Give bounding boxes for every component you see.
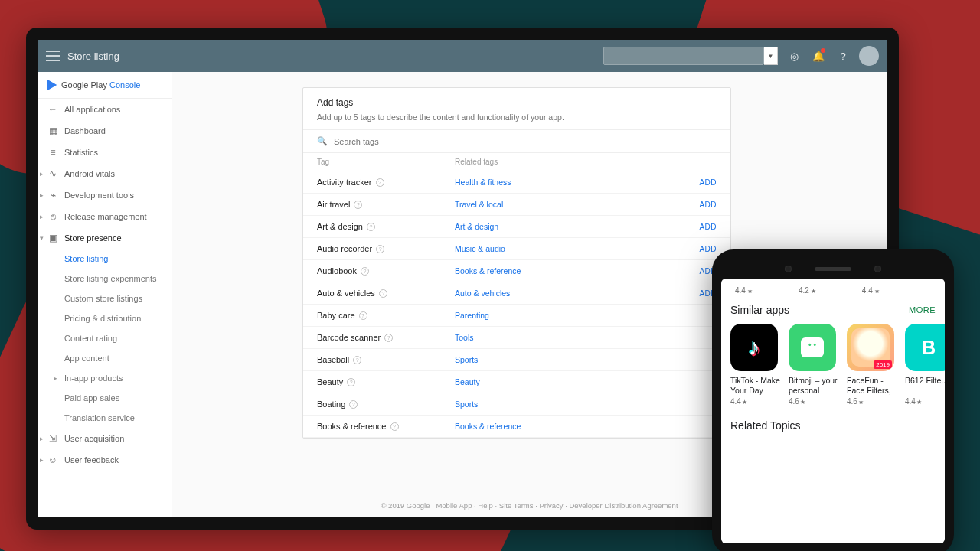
app-bitmoji[interactable]: Bitmoji – your personal emoji 4.6 bbox=[789, 324, 839, 406]
info-icon[interactable]: ? bbox=[359, 311, 368, 320]
info-icon[interactable]: ? bbox=[379, 289, 387, 298]
related-tag-link[interactable]: Music & audio bbox=[455, 244, 699, 253]
info-icon[interactable]: ? bbox=[384, 334, 393, 342]
avatar[interactable] bbox=[859, 46, 879, 66]
info-icon[interactable]: ? bbox=[354, 201, 362, 209]
tag-name: Books & reference ? bbox=[317, 422, 455, 431]
dashboard-icon: ▦ bbox=[47, 126, 58, 136]
th-related: Related tags bbox=[455, 158, 717, 166]
related-tag-link[interactable]: Books & reference bbox=[455, 266, 699, 276]
bitmoji-icon bbox=[789, 324, 836, 371]
logo[interactable]: Google Play Console bbox=[38, 72, 172, 99]
tools-icon: ⌁ bbox=[47, 190, 58, 201]
back-arrow-icon: ← bbox=[47, 104, 58, 115]
nav-experiments[interactable]: Store listing experiments bbox=[38, 269, 172, 289]
nav-all-apps[interactable]: ←All applications bbox=[38, 99, 172, 120]
tag-name: Audiobook ? bbox=[317, 266, 455, 276]
release-icon: ⎋ bbox=[47, 211, 58, 222]
play-logo-icon bbox=[47, 80, 57, 90]
sidebar: Google Play Console ←All applications ▦D… bbox=[38, 72, 172, 517]
add-tag-button[interactable]: ADD bbox=[699, 245, 717, 253]
add-tag-button[interactable]: ADD bbox=[699, 223, 717, 231]
info-icon[interactable]: ? bbox=[349, 400, 358, 409]
tag-row: Barcode scanner ?Tools bbox=[303, 327, 730, 349]
info-icon[interactable]: ? bbox=[390, 422, 399, 431]
tag-name: Baseball ? bbox=[317, 355, 455, 364]
related-tag-link[interactable]: Sports bbox=[455, 399, 717, 409]
phone-notch bbox=[721, 259, 945, 279]
tag-row: Art & design ?Art & designADD bbox=[303, 216, 730, 238]
nav-user-feedback[interactable]: ▸☺User feedback bbox=[38, 449, 172, 471]
phone-screen: 4.4 4.2 4.4 Similar apps MORE TikTok - M… bbox=[721, 279, 945, 543]
info-icon[interactable]: ? bbox=[353, 356, 361, 364]
help-icon[interactable]: ? bbox=[835, 47, 851, 64]
similar-apps-row[interactable]: TikTok - Make Your Day 4.4 Bitmoji – you… bbox=[730, 324, 936, 406]
nav-dashboard[interactable]: ▦Dashboard bbox=[38, 120, 172, 142]
similar-apps-title: Similar apps bbox=[730, 304, 789, 316]
related-tag-link[interactable]: Health & fitness bbox=[455, 178, 699, 187]
info-icon[interactable]: ? bbox=[361, 267, 369, 276]
facefun-icon bbox=[847, 324, 894, 371]
tag-row: Boating ?Sports bbox=[303, 393, 730, 416]
tag-name: Audio recorder ? bbox=[317, 244, 455, 253]
info-icon[interactable]: ? bbox=[376, 178, 384, 187]
tag-row: Audio recorder ?Music & audioADD bbox=[303, 238, 730, 260]
app-selector-dropdown[interactable]: ▼ bbox=[764, 47, 778, 65]
tag-row: Activity tracker ?Health & fitnessADD bbox=[303, 171, 730, 194]
tag-search-row: 🔍 bbox=[303, 129, 730, 152]
nav-custom-listings[interactable]: Custom store listings bbox=[38, 289, 172, 308]
related-topics-title: Related Topics bbox=[730, 419, 936, 432]
card-title: Add tags bbox=[317, 97, 717, 108]
bell-icon[interactable]: 🔔 bbox=[810, 47, 827, 64]
tag-name: Boating ? bbox=[317, 399, 455, 409]
card-subtitle: Add up to 5 tags to describe the content… bbox=[317, 112, 717, 122]
related-tag-link[interactable]: Beauty bbox=[455, 377, 717, 386]
tag-search-input[interactable] bbox=[334, 137, 717, 146]
add-tag-button[interactable]: ADD bbox=[699, 201, 717, 209]
info-icon[interactable]: ? bbox=[367, 223, 375, 231]
nav-dev-tools[interactable]: ▸⌁Development tools bbox=[38, 184, 172, 206]
more-link[interactable]: MORE bbox=[909, 305, 936, 315]
related-tag-link[interactable]: Parenting bbox=[455, 311, 717, 320]
tag-row: Baby care ?Parenting bbox=[303, 305, 730, 327]
nav-store-presence[interactable]: ▾▣Store presence bbox=[38, 227, 172, 249]
topbar: Store listing ▼ ◎ 🔔 ? bbox=[38, 40, 887, 72]
nav-vitals[interactable]: ▸∿Android vitals bbox=[38, 163, 172, 184]
nav-pricing[interactable]: Pricing & distribution bbox=[38, 308, 172, 328]
nav-paid-sales[interactable]: Paid app sales bbox=[38, 388, 172, 408]
info-icon[interactable]: ? bbox=[376, 245, 384, 253]
related-tag-link[interactable]: Travel & local bbox=[455, 200, 699, 209]
app-b612[interactable]: B B612 Filte... 4.4 bbox=[905, 324, 945, 406]
tag-row: Air travel ?Travel & localADD bbox=[303, 194, 730, 216]
tiktok-icon bbox=[730, 324, 778, 371]
nav-store-listing[interactable]: Store listing bbox=[38, 249, 172, 269]
tags-table-body: Activity tracker ?Health & fitnessADDAir… bbox=[303, 171, 730, 438]
nav-translation[interactable]: Translation service bbox=[38, 408, 172, 428]
app-tiktok[interactable]: TikTok - Make Your Day 4.4 bbox=[730, 324, 781, 406]
add-tag-button[interactable]: ADD bbox=[699, 178, 717, 187]
related-tag-link[interactable]: Books & reference bbox=[455, 422, 717, 431]
nav-content-rating[interactable]: Content rating bbox=[38, 328, 172, 348]
nav-user-acq[interactable]: ▸⇲User acquisition bbox=[38, 428, 172, 449]
tag-name: Art & design ? bbox=[317, 222, 455, 231]
app-selector-input[interactable] bbox=[603, 47, 764, 65]
related-tag-link[interactable]: Sports bbox=[455, 355, 717, 364]
nav-statistics[interactable]: ≡Statistics bbox=[38, 142, 172, 163]
prev-ratings-row: 4.4 4.2 4.4 bbox=[730, 286, 936, 295]
related-tag-link[interactable]: Tools bbox=[455, 333, 717, 342]
feedback-icon: ☺ bbox=[47, 455, 58, 465]
target-icon[interactable]: ◎ bbox=[786, 47, 802, 64]
related-tag-link[interactable]: Auto & vehicles bbox=[455, 289, 699, 298]
store-icon: ▣ bbox=[47, 233, 58, 243]
nav-app-content[interactable]: App content bbox=[38, 348, 172, 368]
page-title: Store listing bbox=[67, 51, 119, 62]
b612-icon: B bbox=[905, 324, 945, 371]
nav-inapp[interactable]: ▸In-app products bbox=[38, 368, 172, 388]
menu-icon[interactable] bbox=[46, 51, 60, 61]
nav-release[interactable]: ▸⎋Release management bbox=[38, 206, 172, 227]
tag-row: Books & reference ?Books & reference bbox=[303, 416, 730, 438]
tag-row: Baseball ?Sports bbox=[303, 349, 730, 371]
info-icon[interactable]: ? bbox=[347, 378, 355, 386]
app-facefun[interactable]: FaceFun - Face Filters, Selfie E... 4.6 bbox=[847, 324, 897, 406]
related-tag-link[interactable]: Art & design bbox=[455, 222, 699, 231]
